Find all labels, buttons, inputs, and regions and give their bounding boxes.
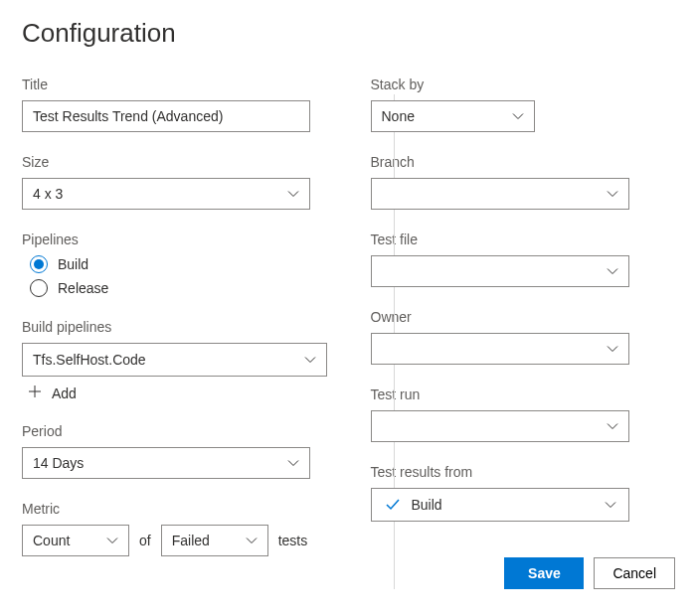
chevron-down-icon bbox=[605, 501, 616, 509]
cancel-button[interactable]: Cancel bbox=[594, 557, 675, 589]
radio-build[interactable]: Build bbox=[22, 255, 327, 273]
save-button[interactable]: Save bbox=[504, 557, 584, 589]
plus-icon bbox=[28, 385, 42, 401]
metric-row: Count of Failed tests bbox=[22, 525, 327, 556]
chevron-down-icon bbox=[287, 190, 299, 198]
title-label: Title bbox=[22, 77, 327, 92]
page-heading: Configuration bbox=[22, 18, 675, 49]
build-pipelines-select[interactable]: Tfs.SelfHost.Code bbox=[22, 343, 327, 377]
metric-tests-text: tests bbox=[278, 533, 308, 548]
testresultsfrom-select[interactable]: Build bbox=[371, 488, 629, 522]
radio-build-label: Build bbox=[58, 256, 88, 272]
metric-label: Metric bbox=[22, 501, 327, 517]
stackby-group: Stack by None bbox=[371, 77, 676, 132]
add-pipeline-button[interactable]: Add bbox=[22, 385, 327, 401]
columns: Title Size 4 x 3 Pipelines Build Release bbox=[22, 77, 675, 589]
chevron-down-icon bbox=[246, 537, 258, 544]
testrun-select[interactable] bbox=[371, 410, 629, 442]
build-pipelines-group: Build pipelines Tfs.SelfHost.Code Add bbox=[22, 319, 327, 401]
period-select[interactable]: 14 Days bbox=[22, 447, 310, 479]
pipelines-label: Pipelines bbox=[22, 231, 327, 247]
size-group: Size 4 x 3 bbox=[22, 154, 327, 210]
size-select[interactable]: 4 x 3 bbox=[22, 178, 310, 210]
add-label: Add bbox=[52, 385, 77, 401]
right-column: Stack by None Branch Test file bbox=[371, 77, 676, 589]
left-column: Title Size 4 x 3 Pipelines Build Release bbox=[22, 77, 327, 589]
chevron-down-icon bbox=[304, 356, 316, 364]
metric-group: Metric Count of Failed tests bbox=[22, 501, 327, 556]
testrun-group: Test run bbox=[371, 386, 676, 442]
size-select-value: 4 x 3 bbox=[33, 186, 63, 202]
testresultsfrom-value: Build bbox=[412, 497, 442, 513]
chevron-down-icon bbox=[607, 422, 618, 430]
chevron-down-icon bbox=[287, 459, 299, 467]
testfile-label: Test file bbox=[371, 231, 676, 247]
stackby-label: Stack by bbox=[371, 77, 676, 92]
check-icon bbox=[386, 499, 400, 511]
metric-count-select[interactable]: Count bbox=[22, 525, 129, 556]
period-group: Period 14 Days bbox=[22, 423, 327, 479]
period-label: Period bbox=[22, 423, 327, 439]
testresultsfrom-group: Test results from Build bbox=[371, 464, 676, 522]
owner-select[interactable] bbox=[371, 333, 629, 365]
pipelines-group: Pipelines Build Release bbox=[22, 231, 327, 297]
radio-release[interactable]: Release bbox=[22, 279, 327, 297]
stackby-value: None bbox=[382, 108, 415, 124]
period-value: 14 Days bbox=[33, 455, 84, 471]
chevron-down-icon bbox=[106, 537, 118, 544]
title-input[interactable] bbox=[22, 100, 310, 132]
build-pipelines-label: Build pipelines bbox=[22, 319, 327, 335]
chevron-down-icon bbox=[512, 112, 524, 120]
chevron-down-icon bbox=[607, 190, 618, 198]
button-row: Save Cancel bbox=[371, 557, 676, 589]
build-pipelines-value: Tfs.SelfHost.Code bbox=[33, 352, 146, 368]
title-group: Title bbox=[22, 77, 327, 132]
metric-outcome-select[interactable]: Failed bbox=[161, 525, 268, 556]
radio-release-label: Release bbox=[58, 280, 108, 296]
branch-select[interactable] bbox=[371, 178, 629, 210]
testfile-group: Test file bbox=[371, 231, 676, 287]
stackby-select[interactable]: None bbox=[371, 100, 535, 132]
metric-outcome-value: Failed bbox=[172, 533, 210, 548]
owner-label: Owner bbox=[371, 309, 676, 325]
owner-group: Owner bbox=[371, 309, 676, 365]
chevron-down-icon bbox=[607, 345, 618, 353]
size-label: Size bbox=[22, 154, 327, 170]
branch-label: Branch bbox=[371, 154, 676, 170]
testfile-select[interactable] bbox=[371, 255, 629, 287]
metric-of-text: of bbox=[139, 533, 151, 548]
radio-unselected-icon bbox=[30, 279, 48, 297]
chevron-down-icon bbox=[607, 267, 618, 275]
testresultsfrom-label: Test results from bbox=[371, 464, 676, 480]
radio-selected-icon bbox=[30, 255, 48, 273]
testrun-label: Test run bbox=[371, 386, 676, 402]
branch-group: Branch bbox=[371, 154, 676, 210]
metric-count-value: Count bbox=[33, 533, 70, 548]
